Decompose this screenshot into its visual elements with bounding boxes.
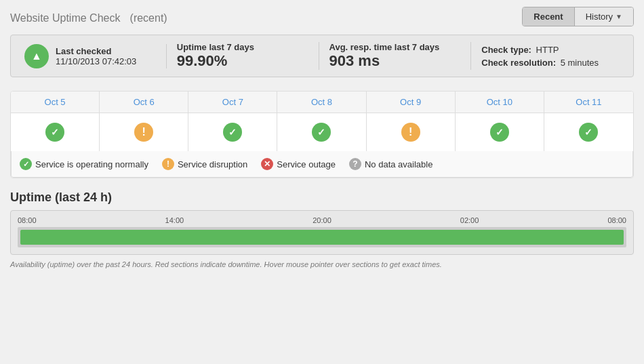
time-label: 08:00: [607, 216, 626, 224]
legend-yellow-icon: [162, 158, 174, 170]
calendar-day-col: Oct 9: [367, 92, 456, 151]
calendar-section: Oct 5Oct 6Oct 7Oct 8Oct 9Oct 10Oct 11 Se…: [10, 91, 634, 178]
last-checked-value: 11/10/2013 07:42:03: [56, 56, 136, 66]
calendar-day-link[interactable]: Oct 9: [400, 97, 421, 107]
title-subtitle: (recent): [130, 12, 167, 24]
dropdown-arrow-icon: ▼: [616, 13, 622, 20]
uptime-value: 99.90%: [177, 52, 308, 70]
status-green-icon: [45, 123, 64, 142]
calendar-day-col: Oct 8: [277, 92, 366, 151]
recent-button[interactable]: Recent: [523, 7, 574, 26]
legend-item-label: No data available: [365, 159, 432, 169]
check-type-label: Check type: HTTP: [481, 45, 559, 55]
avg-resp-value: 903 ms: [329, 52, 461, 70]
calendar-day-link[interactable]: Oct 5: [45, 97, 66, 107]
calendar-day-header[interactable]: Oct 5: [11, 92, 99, 113]
uptime-title: Uptime (last 24 h): [10, 190, 634, 205]
last-checked-stat: Last checked 11/10/2013 07:42:03: [21, 44, 167, 68]
status-green-icon: [312, 123, 331, 142]
calendar-day-link[interactable]: Oct 10: [487, 97, 512, 107]
legend-green-icon: [20, 158, 32, 170]
calendar-day-col: Oct 11: [544, 92, 633, 151]
uptime-section: Uptime (last 24 h) 08:0014:0020:0002:000…: [10, 190, 634, 268]
uptime-caption: Availability (uptime) over the past 24 h…: [10, 260, 634, 268]
legend-item-label: Service outage: [277, 159, 336, 169]
calendar-day-header[interactable]: Oct 8: [277, 92, 365, 113]
time-label: 20:00: [313, 216, 331, 224]
legend-item-gray: No data available: [349, 158, 432, 170]
uptime-label: Uptime last 7 days: [177, 42, 308, 52]
calendar-day-link[interactable]: Oct 7: [222, 97, 243, 107]
calendar-day-col: Oct 5: [11, 92, 100, 151]
chart-wrapper: [18, 227, 626, 247]
uptime-stat: Uptime last 7 days 99.90%: [167, 42, 319, 70]
calendar-day-body: [367, 113, 455, 151]
history-label: History: [586, 12, 613, 22]
calendar-day-col: Oct 6: [100, 92, 188, 151]
page-title: Website Uptime Check (recent): [10, 8, 167, 26]
check-res-label: Check resolution: 5 minutes: [481, 58, 599, 68]
page-header: Website Uptime Check (recent) Recent His…: [10, 7, 634, 26]
calendar-day-header[interactable]: Oct 10: [456, 92, 544, 113]
calendar-day-header[interactable]: Oct 6: [100, 92, 188, 113]
header-buttons: Recent History ▼: [522, 7, 634, 26]
page-wrapper: Website Uptime Check (recent) Recent His…: [0, 0, 644, 275]
calendar-day-header[interactable]: Oct 11: [544, 92, 633, 113]
view-toggle: Recent History ▼: [522, 7, 634, 26]
avg-resp-stat: Avg. resp. time last 7 days 903 ms: [319, 42, 472, 70]
calendar-day-link[interactable]: Oct 8: [311, 97, 332, 107]
time-labels: 08:0014:0020:0002:0008:00: [18, 216, 626, 224]
legend-gray-icon: [349, 158, 361, 170]
chart-bar: [20, 230, 624, 245]
calendar-day-body: [11, 113, 99, 151]
time-label: 08:00: [18, 216, 37, 224]
status-green-icon: [579, 123, 598, 142]
legend-item-red: Service outage: [261, 158, 336, 170]
calendar-day-body: [100, 113, 188, 151]
legend: Service is operating normallyService dis…: [11, 151, 633, 178]
legend-item-label: Service disruption: [178, 159, 247, 169]
history-button[interactable]: History ▼: [575, 7, 633, 26]
status-green-icon: [223, 123, 242, 142]
last-checked-label: Last checked: [56, 46, 136, 56]
time-label: 14:00: [165, 216, 184, 224]
calendar-day-body: [456, 113, 544, 151]
status-green-icon: [490, 123, 509, 142]
stats-bar: Last checked 11/10/2013 07:42:03 Uptime …: [10, 35, 634, 77]
legend-item-green: Service is operating normally: [20, 158, 148, 170]
legend-item-yellow: Service disruption: [162, 158, 247, 170]
calendar-day-header[interactable]: Oct 7: [188, 92, 277, 113]
check-type-stat: Check type: HTTP Check resolution: 5 min…: [471, 45, 623, 68]
legend-red-icon: [261, 158, 273, 170]
calendar-day-col: Oct 10: [456, 92, 544, 151]
chart-area: [18, 227, 626, 247]
avg-resp-label: Avg. resp. time last 7 days: [329, 42, 461, 52]
calendar-day-header[interactable]: Oct 9: [367, 92, 455, 113]
calendar-day-body: [277, 113, 365, 151]
title-text: Website Uptime Check: [10, 12, 120, 24]
calendar-grid: Oct 5Oct 6Oct 7Oct 8Oct 9Oct 10Oct 11: [11, 92, 633, 151]
status-yellow-icon: [401, 123, 420, 142]
uptime-chart-container: 08:0014:0020:0002:0008:00: [10, 210, 634, 255]
calendar-day-link[interactable]: Oct 6: [134, 97, 155, 107]
time-label: 02:00: [460, 216, 479, 224]
calendar-day-col: Oct 7: [188, 92, 277, 151]
calendar-day-body: [544, 113, 633, 151]
status-up-icon: [24, 44, 49, 68]
calendar-day-body: [188, 113, 277, 151]
calendar-day-link[interactable]: Oct 11: [576, 97, 601, 107]
legend-item-label: Service is operating normally: [35, 159, 148, 169]
status-yellow-icon: [134, 123, 153, 142]
